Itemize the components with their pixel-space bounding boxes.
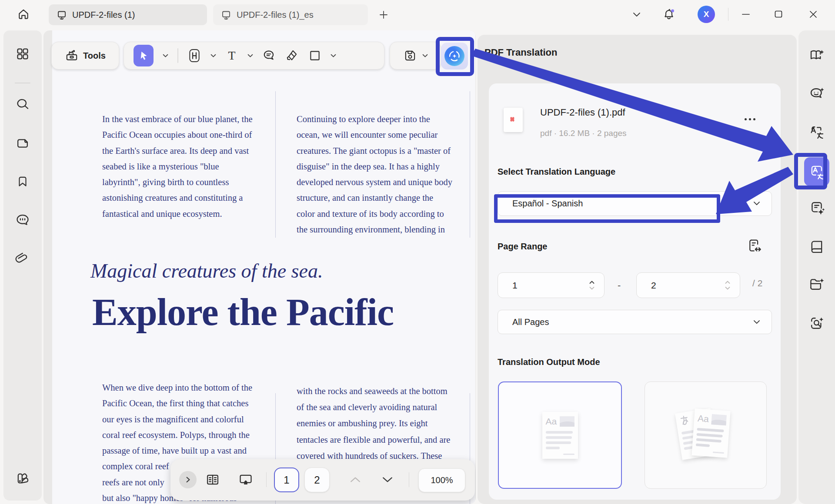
stepper-up-icon[interactable]	[589, 281, 595, 284]
notification-dot	[671, 10, 674, 13]
header-divider	[728, 8, 728, 21]
text-tool-dropdown[interactable]	[247, 54, 253, 58]
language-value: Español - Spanish	[512, 199, 583, 209]
save-dropdown[interactable]	[422, 54, 428, 58]
close-button[interactable]	[804, 5, 823, 24]
japanese-glyph-icon	[678, 414, 691, 427]
output-mode-bilingual[interactable]: Aa	[645, 381, 767, 489]
zoom-level-button[interactable]: 100%	[418, 468, 465, 492]
stepper-down-icon[interactable]	[589, 286, 595, 290]
sidebar-item-ai-files[interactable]	[806, 274, 827, 295]
page-button-2[interactable]: 2	[304, 468, 330, 492]
page-range-label: Page Range	[498, 242, 547, 252]
page-range-settings-button[interactable]	[746, 237, 763, 254]
slideshow-icon	[238, 472, 253, 487]
page-scope-select[interactable]: All Pages	[498, 310, 772, 334]
sidebar-item-ai-read[interactable]	[806, 45, 827, 66]
pdf-file-icon	[504, 108, 523, 132]
home-icon	[17, 8, 30, 21]
shape-tool-dropdown[interactable]	[331, 54, 336, 58]
heading-icon	[187, 48, 201, 63]
sidebar-item-comments[interactable]	[13, 210, 32, 229]
sidebar-item-attachments[interactable]	[13, 249, 32, 268]
new-tab-button[interactable]	[377, 8, 391, 22]
slideshow-button[interactable]	[237, 471, 255, 489]
doc-title: Explore the Pacific	[92, 290, 394, 334]
translate-outline-icon	[808, 123, 825, 141]
range-total: / 2	[752, 278, 762, 288]
output-mode-translated-only[interactable]: Aa	[498, 381, 622, 489]
two-page-view-button[interactable]	[204, 471, 222, 489]
maximize-button[interactable]	[769, 5, 788, 24]
search-icon	[16, 97, 30, 111]
heading-tool-button[interactable]	[187, 48, 201, 63]
sidebar-item-thumbnails[interactable]	[13, 44, 32, 63]
sidebar-item-pdf-translation[interactable]	[804, 157, 829, 186]
stepper-down-icon[interactable]	[725, 286, 730, 290]
sidebar-item-ai-chat[interactable]	[806, 83, 827, 104]
sidebar-item-bookmarks[interactable]	[13, 172, 32, 191]
pdf-translate-icon	[808, 162, 825, 181]
comment-tool-button[interactable]	[262, 49, 276, 63]
sidebar-separator	[15, 83, 30, 83]
doc-subtitle: Magical creatures of the sea.	[90, 259, 323, 282]
avatar[interactable]: X	[698, 6, 715, 23]
right-sidebar	[798, 30, 835, 504]
nav-divider	[409, 472, 409, 487]
sidebar-item-ai-search[interactable]	[806, 313, 827, 334]
tab-label: UPDF-2-files (1)_es	[237, 10, 314, 20]
page-button-1[interactable]: 1	[274, 468, 299, 492]
column-divider	[470, 91, 470, 238]
file-meta: pdf · 16.2 MB · 2 pages	[540, 129, 627, 138]
palette-icon	[15, 471, 30, 485]
file-name: UPDF-2-files (1).pdf	[540, 107, 625, 118]
file-more-button[interactable]	[745, 118, 755, 120]
sidebar-item-text-translate[interactable]	[806, 122, 827, 143]
shape-tool-button[interactable]	[308, 49, 321, 62]
ai-assistant-button[interactable]	[441, 43, 468, 70]
panel-title: PDF Translation	[484, 47, 557, 58]
sidebar-item-search[interactable]	[13, 95, 32, 114]
text-tool-button[interactable]: T	[225, 49, 238, 63]
tab-monitor-icon	[57, 10, 67, 20]
range-from-value: 1	[512, 280, 518, 291]
tools-button[interactable]: Tools	[51, 42, 119, 70]
paragraph-1: In the vast embrace of our blue planet, …	[102, 111, 253, 222]
ai-chat-icon	[808, 85, 825, 103]
titlebar: UPDF-2-files (1) UPDF-2-files (1)_es X	[0, 0, 835, 29]
save-button[interactable]	[403, 49, 417, 63]
ai-assistant-icon	[444, 46, 464, 66]
sidebar-item-glossary[interactable]	[806, 236, 827, 257]
range-from-stepper[interactable]: 1	[498, 272, 605, 298]
tab-updf-2-files-1-es[interactable]: UPDF-2-files (1)_es	[213, 4, 368, 25]
save-group	[390, 42, 441, 70]
heading-tool-dropdown[interactable]	[210, 54, 216, 58]
stepper-up-icon[interactable]	[725, 281, 730, 284]
home-button[interactable]	[13, 5, 34, 24]
tabs-dropdown-button[interactable]	[627, 5, 646, 24]
page-navigation-bar: 1 2 100%	[170, 459, 475, 501]
sidebar-item-appearance[interactable]	[13, 468, 32, 487]
minimize-button[interactable]	[736, 5, 755, 24]
expand-nav-button[interactable]	[179, 471, 197, 488]
range-to-stepper[interactable]: 2	[636, 272, 740, 298]
tab-updf-2-files-1[interactable]: UPDF-2-files (1)	[49, 4, 207, 25]
mode-thumbnail-single: Aa	[542, 412, 578, 459]
ai-search-icon	[808, 315, 825, 332]
sidebar-item-ai-summary[interactable]	[806, 197, 827, 218]
comment-bubble-icon	[262, 49, 276, 63]
highlighter-tool-button[interactable]	[285, 49, 299, 63]
edit-tool-group: T	[124, 42, 384, 70]
book-icon	[808, 238, 825, 255]
select-tool-dropdown[interactable]	[163, 54, 168, 58]
next-page-button[interactable]	[378, 471, 397, 489]
tools-label: Tools	[83, 51, 106, 61]
language-select[interactable]: Español - Spanish	[498, 191, 772, 216]
select-tool-button[interactable]	[134, 45, 154, 66]
translation-card: UPDF-2-files (1).pdf pdf · 16.2 MB · 2 p…	[489, 83, 781, 500]
sidebar-item-pages[interactable]	[13, 134, 32, 153]
grid-icon	[16, 47, 30, 61]
notifications-button[interactable]	[659, 5, 678, 24]
document-area: In the vast embrace of our blue planet, …	[43, 30, 476, 504]
previous-page-button[interactable]	[346, 471, 364, 489]
